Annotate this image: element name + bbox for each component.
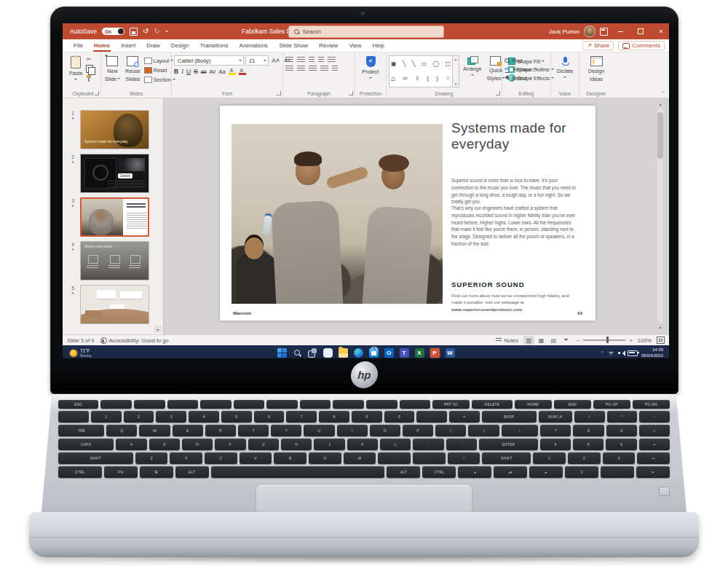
key-bksp[interactable]: BKSP (482, 411, 537, 422)
key-alt[interactable]: ALT (387, 466, 420, 478)
fit-slide-to-window-icon[interactable] (657, 337, 665, 344)
font-color-icon[interactable] (239, 68, 246, 75)
key-b[interactable]: B (274, 452, 306, 464)
tab-slide-show[interactable]: Slide Show (278, 41, 309, 50)
slide-title[interactable]: Systems made for everyday (451, 120, 575, 153)
edge-icon[interactable] (353, 347, 364, 358)
key-z[interactable]: Z (135, 452, 168, 464)
key-o[interactable]: O (370, 425, 400, 436)
key--[interactable]: ⊞ (140, 466, 173, 478)
zoom-slider-thumb[interactable] (606, 337, 609, 343)
key--[interactable]: / (448, 452, 480, 464)
key-r[interactable]: R (205, 425, 236, 436)
vertical-scrollbar[interactable]: ▴ ▾ (656, 101, 665, 330)
justify-icon[interactable] (320, 66, 328, 71)
key-q[interactable]: Q (106, 425, 137, 436)
shape-glyph[interactable]: ╲ (412, 61, 416, 67)
teams-icon[interactable] (399, 347, 410, 358)
italic-button[interactable]: I (181, 68, 183, 75)
arrange-button[interactable]: Arrange (462, 55, 483, 78)
key--[interactable]: ] (468, 425, 499, 436)
shape-glyph[interactable]: ▭ (422, 61, 427, 67)
align-center-icon[interactable] (297, 66, 305, 71)
tab-home[interactable]: Home (93, 41, 111, 50)
key-f[interactable]: F (215, 439, 245, 450)
slide-counter[interactable]: Slide 3 of 9 (67, 337, 95, 344)
bullets-icon[interactable] (285, 57, 293, 63)
key-blank[interactable] (400, 400, 431, 409)
protect-button[interactable]: Protect (361, 55, 381, 81)
key--[interactable]: * (607, 411, 638, 422)
slide-paragraph-2[interactable]: That's why our engineers have crafted a … (451, 205, 579, 248)
user-name[interactable]: Jack Purton (549, 28, 579, 35)
shape-glyph[interactable]: { (427, 76, 430, 82)
key-w[interactable]: W (139, 425, 170, 436)
key--[interactable]: [ (435, 425, 466, 436)
key-s[interactable]: S (149, 439, 180, 450)
tab-help[interactable]: Help (372, 41, 385, 50)
normal-view-icon[interactable]: ▥ (523, 336, 534, 345)
slideshow-view-icon[interactable]: ⏷ (561, 336, 571, 345)
select-button[interactable]: Select (505, 75, 537, 82)
new-slide-button[interactable]: NewSlide (103, 55, 122, 83)
underline-button[interactable]: U (186, 68, 191, 75)
key-num-lk[interactable]: NUM LK (539, 411, 572, 422)
key--[interactable]: . (601, 466, 634, 478)
key-blank[interactable] (200, 400, 232, 409)
key-3[interactable]: 3 (156, 411, 186, 422)
text-highlight-icon[interactable] (229, 68, 236, 75)
key-t[interactable]: T (238, 425, 269, 436)
key-shift[interactable]: SHIFT (58, 452, 133, 464)
key-blank[interactable] (167, 400, 199, 409)
key-x[interactable]: X (170, 452, 202, 464)
shapes-gallery[interactable]: ▣╲╲▭◯▢ △⇨⇩{}☆ (389, 55, 453, 87)
search-input[interactable]: Search (288, 25, 444, 38)
key-d[interactable]: D (182, 439, 213, 450)
key--[interactable]: - (639, 411, 670, 422)
key-i[interactable]: I (337, 425, 368, 436)
weather-widget[interactable]: 71°F Sunny (63, 348, 92, 358)
slide-1-thumbnail[interactable]: System made for everyday (80, 110, 149, 149)
key--[interactable]: ↵ (636, 466, 670, 478)
quick-access-chevron-icon[interactable] (165, 31, 168, 34)
key--[interactable]: - (416, 411, 447, 422)
shape-glyph[interactable]: △ (391, 76, 395, 82)
wifi-icon[interactable] (608, 350, 614, 355)
font-dialog-launcher[interactable] (277, 91, 281, 95)
key-u[interactable]: U (304, 425, 334, 436)
reading-view-icon[interactable]: ▤ (548, 336, 559, 345)
touchpad[interactable] (256, 485, 472, 514)
shape-glyph[interactable]: ▢ (445, 61, 451, 67)
key-prt-sc[interactable]: PRT SC (432, 400, 470, 409)
word-icon[interactable] (445, 347, 456, 358)
volume-icon[interactable] (618, 350, 624, 356)
line-spacing-icon[interactable] (328, 57, 336, 63)
excel-icon[interactable] (414, 347, 425, 358)
key-6[interactable]: 6 (254, 411, 285, 422)
key-5[interactable]: 5 (221, 411, 252, 422)
section-button[interactable]: Section (144, 76, 175, 83)
save-icon[interactable] (130, 28, 138, 36)
key-tab[interactable]: TAB (58, 425, 104, 436)
clock[interactable]: 14:39 05/04/2022 (641, 347, 663, 358)
key--[interactable]: ▴▾ (494, 466, 527, 478)
key-0[interactable]: 0 (565, 466, 598, 478)
format-painter-icon[interactable] (86, 75, 92, 82)
key-blank[interactable] (234, 400, 265, 409)
restore-button[interactable] (633, 23, 649, 39)
key-4[interactable]: 4 (189, 411, 219, 422)
start-icon[interactable] (277, 347, 288, 358)
tab-review[interactable]: Review (318, 41, 339, 50)
key-h[interactable]: H (281, 439, 312, 450)
shape-glyph[interactable]: } (436, 76, 438, 82)
key-4[interactable]: 4 (540, 439, 571, 450)
columns-icon[interactable] (332, 66, 338, 71)
key--[interactable]: + (639, 439, 670, 450)
key-v[interactable]: V (240, 452, 272, 464)
key-n[interactable]: N (309, 452, 341, 464)
drawing-dialog-launcher[interactable] (496, 91, 500, 95)
align-left-icon[interactable] (285, 66, 293, 71)
key-3[interactable]: 3 (603, 452, 636, 464)
key-enter[interactable]: ENTER (479, 439, 537, 450)
outlook-icon[interactable] (384, 347, 395, 358)
